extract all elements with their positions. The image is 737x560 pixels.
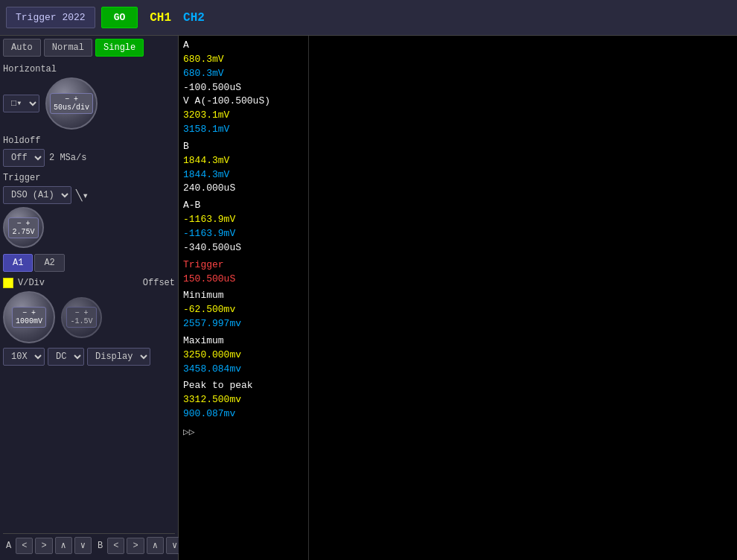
top-bar: Trigger 2022 GO CH1 CH2 xyxy=(0,0,737,36)
knobs-row: − + 1000mV − + -1.5V xyxy=(3,291,175,343)
display-select[interactable]: Display xyxy=(87,348,150,366)
bottom-nav: A < > ∧ ∨ B < > ∧ ∨ xyxy=(3,533,175,557)
meas-ch2-ab: -1163.9mV xyxy=(183,227,304,241)
offset-knob-label: − + -1.5V xyxy=(66,307,96,328)
meas-time-a: -100.500uS xyxy=(183,81,304,95)
meas-peak-label: Peak to peak xyxy=(183,379,304,393)
meas-ch2-min: 2557.997mv xyxy=(183,317,304,331)
main-area: Auto Normal Single Horizontal □▾ − + 50u… xyxy=(0,36,737,560)
trigger-knob-container: − + 2.75V xyxy=(3,207,44,248)
meas-time-b: 240.000uS xyxy=(183,182,304,196)
horizontal-knob-container: − + 50us/div xyxy=(45,77,98,130)
meas-ch1-b: 1844.3mV xyxy=(183,154,304,168)
nav-a-down[interactable]: ∨ xyxy=(74,537,92,554)
edge-icon: ╲▾ xyxy=(76,189,89,202)
left-panel: Auto Normal Single Horizontal □▾ − + 50u… xyxy=(0,36,179,560)
svg-text:T: T xyxy=(604,39,610,49)
meas-maximum-label: Maximum xyxy=(183,334,304,349)
holdoff-row: Off 2 MSa/s xyxy=(3,149,175,167)
offset-label: Offset xyxy=(143,278,175,288)
single-mode-button[interactable]: Single xyxy=(95,39,144,57)
meas-ch1-a: 680.3mV xyxy=(183,53,304,67)
meas-ch2-a: 680.3mV xyxy=(183,67,304,81)
nav-a-label: A xyxy=(6,541,11,551)
bottom-dropdowns: 10X DC Display xyxy=(3,348,175,366)
meas-time-ab: -340.500uS xyxy=(183,241,304,255)
nav-b-label: B xyxy=(98,541,103,551)
trigger-mode-row: Auto Normal Single xyxy=(3,39,175,57)
holdoff-label: Holdoff xyxy=(3,136,175,146)
svg-text:B: B xyxy=(310,288,316,299)
meas-ab-label: A-B xyxy=(183,199,304,213)
trigger-source-select[interactable]: DSO (A1) xyxy=(3,186,71,204)
nav-a-next[interactable]: > xyxy=(35,538,52,554)
meas-ch2-peak: 900.087mv xyxy=(183,407,304,421)
holdoff-select[interactable]: Off xyxy=(3,149,45,167)
offset-knob-container: − + -1.5V xyxy=(61,297,102,338)
meas-va-label: V A(-100.500uS) xyxy=(183,95,304,109)
left-arrow-indicator: ▷▷ xyxy=(183,426,195,438)
svg-text:A: A xyxy=(374,39,380,49)
sample-rate: 2 MSa/s xyxy=(49,153,86,163)
nav-group-a: A < > ∧ ∨ xyxy=(6,537,92,554)
vdiv-knob-container: − + 1000mV xyxy=(3,291,55,343)
meas-ch1-va: 3203.1mV xyxy=(183,109,304,123)
trigger-knob-row: − + 2.75V xyxy=(3,207,175,248)
arrow-indicators: ▷▷ xyxy=(183,426,304,438)
horizontal-label: Horizontal xyxy=(3,64,175,74)
svg-text:A: A xyxy=(310,378,316,388)
tab-a1[interactable]: A1 xyxy=(3,254,33,272)
nav-group-b: B < > ∧ ∨ xyxy=(98,537,183,554)
auto-mode-button[interactable]: Auto xyxy=(3,39,41,57)
meas-ch2-va: 3158.1mV xyxy=(183,123,304,137)
tab-a2[interactable]: A2 xyxy=(34,254,64,272)
meas-point-a-label: A xyxy=(183,39,304,53)
meas-ch1-min: -62.500mv xyxy=(183,303,304,317)
meas-ch1-max: 3250.000mv xyxy=(183,349,304,363)
trigger-label: Trigger xyxy=(3,173,175,183)
horizontal-knob-label: − + 50us/div xyxy=(50,93,93,114)
channel-tabs-row: A1 A2 xyxy=(3,254,175,272)
meas-point-b-label: B xyxy=(183,140,304,154)
nav-b-next[interactable]: > xyxy=(127,538,144,554)
meas-ch1-peak: 3312.500mv xyxy=(183,393,304,407)
nav-a-up[interactable]: ∧ xyxy=(55,537,72,554)
offset-knob[interactable]: − + -1.5V xyxy=(61,297,102,338)
center-measurements-panel: A 680.3mV 680.3mV -100.500uS V A(-100.50… xyxy=(179,36,309,560)
ch2-label: CH2 xyxy=(183,11,205,25)
probe-select[interactable]: 10X xyxy=(3,348,45,366)
trigger-voltage-label: − + 2.75V xyxy=(8,217,38,238)
vdiv-label: V/Div xyxy=(18,278,45,288)
meas-trigger-time: 150.500uS xyxy=(183,273,304,287)
nav-a-prev[interactable]: < xyxy=(16,538,33,554)
meas-ch2-max: 3458.084mv xyxy=(183,363,304,377)
go-button[interactable]: GO xyxy=(101,7,138,28)
meas-ch1-ab: -1163.9mV xyxy=(183,213,304,227)
scope-display[interactable]: TBAAT xyxy=(309,36,737,560)
trigger-button[interactable]: Trigger 2022 xyxy=(6,7,95,28)
meas-trigger-label: Trigger xyxy=(183,258,304,273)
vdiv-knob[interactable]: − + 1000mV xyxy=(3,291,55,343)
vdiv-knob-label: − + 1000mV xyxy=(12,307,46,328)
scope-svg: TBAAT xyxy=(309,36,737,560)
channel-controls: V/Div Offset − + 1000mV − + xyxy=(3,278,175,366)
horizontal-source-select[interactable]: □▾ xyxy=(3,95,39,112)
nav-b-up[interactable]: ∧ xyxy=(147,537,164,554)
horizontal-knob-row: □▾ − + 50us/div xyxy=(3,77,175,130)
horizontal-knob[interactable]: − + 50us/div xyxy=(45,77,98,130)
ch1-color-indicator xyxy=(3,278,13,288)
meas-minimum-label: Minimum xyxy=(183,289,304,303)
normal-mode-button[interactable]: Normal xyxy=(44,39,92,57)
vdiv-row: V/Div Offset xyxy=(3,278,175,288)
coupling-select[interactable]: DC xyxy=(48,348,84,366)
meas-ch2-b: 1844.3mV xyxy=(183,168,304,182)
ch1-label: CH1 xyxy=(150,11,171,25)
nav-b-prev[interactable]: < xyxy=(107,538,124,554)
trigger-source-row: DSO (A1) ╲▾ xyxy=(3,186,175,204)
trigger-voltage-knob[interactable]: − + 2.75V xyxy=(3,207,44,248)
